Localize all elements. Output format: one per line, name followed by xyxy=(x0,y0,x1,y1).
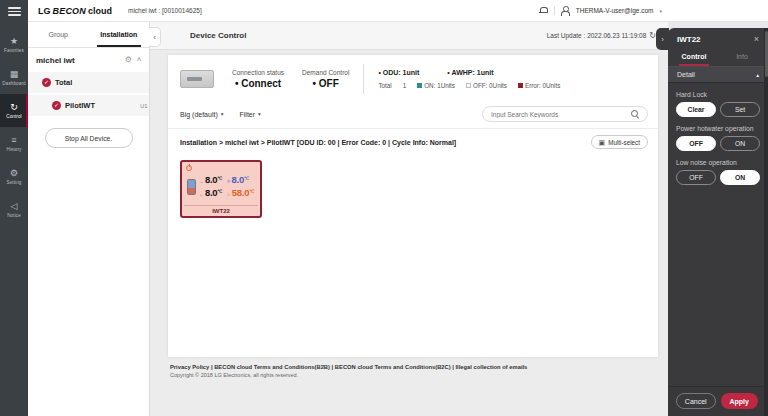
sidebar-item-notice[interactable]: ◁ Notice xyxy=(0,193,28,226)
history-icon: ≡ xyxy=(11,135,16,145)
power-hotwater-control: Power hotwater operation OFF ON xyxy=(668,117,768,151)
low-noise-control: Low noise operation OFF ON xyxy=(668,151,768,185)
scrollbar-thumb[interactable] xyxy=(765,31,768,77)
total-label: Total xyxy=(378,82,391,89)
device-control-card: Connection status • Connect Demand Contr… xyxy=(168,55,658,357)
sidebar-item-control[interactable]: ↻ Control xyxy=(0,94,28,127)
multi-select-icon: ▣ xyxy=(599,139,606,146)
outlet-temp: 8.0 xyxy=(205,187,217,198)
chevron-down-icon[interactable]: ▾ xyxy=(659,8,662,14)
owner-name: michel iwt xyxy=(36,56,75,65)
water-outlet-icon: ← xyxy=(199,189,204,200)
hard-lock-control: Hard Lock Clear Set xyxy=(668,83,768,117)
gear-icon[interactable]: ⚙ xyxy=(125,56,132,64)
demand-control-value: • OFF xyxy=(302,78,349,89)
page-footer: Privacy Policy | BECON cloud Terms and C… xyxy=(170,364,658,378)
error-swatch xyxy=(518,83,523,88)
connection-status-group: Connection status • Connect xyxy=(232,69,284,89)
tab-installation[interactable]: Installation xyxy=(89,22,150,47)
legend-on: ON: 1Units xyxy=(417,82,455,89)
detail-section-header[interactable]: Detail ▴ xyxy=(668,67,768,83)
divider xyxy=(554,6,555,15)
dashboard-icon: ▦ xyxy=(10,69,19,79)
awhp-count: • AWHP: 1unit xyxy=(447,69,493,76)
panel-title: IWT22 xyxy=(677,35,701,44)
panel-actions: Cancel Apply xyxy=(668,386,764,416)
check-circle-icon: ✓ xyxy=(52,101,61,110)
chevron-down-icon: ▾ xyxy=(221,111,224,117)
check-circle-icon: ✓ xyxy=(42,78,51,87)
unit-card-iwt22[interactable]: → 8.0 ℃ ← 8.0 ℃ ❄ 8.0 xyxy=(180,160,262,218)
tree-node-total[interactable]: ✓ Total xyxy=(28,72,149,93)
power-hotwater-off-button[interactable]: OFF xyxy=(676,136,716,151)
search-input[interactable] xyxy=(491,111,631,118)
power-icon xyxy=(186,165,192,171)
panel-header: IWT22 × xyxy=(668,28,768,49)
last-update: Last Update : 2022.06.23 11:19:08 ↻ xyxy=(547,32,656,40)
inlet-temp: 8.0 xyxy=(205,174,217,185)
sidebar-item-dashboard[interactable]: ▦ Dashboard xyxy=(0,61,28,94)
size-dropdown[interactable]: Big (default) ▾ xyxy=(180,111,224,118)
unit-stats: • ODU: 1unit • AWHP: 1unit Total 1 ON: 1… xyxy=(378,69,560,89)
breadcrumb: Installation > michel iwt > PilotIWT [OD… xyxy=(180,139,456,146)
sidebar-item-setting[interactable]: ⚙ Setting xyxy=(0,160,28,193)
tab-info[interactable]: Info xyxy=(718,49,766,66)
close-icon[interactable]: × xyxy=(754,35,759,44)
power-hotwater-on-button[interactable]: ON xyxy=(720,136,760,151)
legend-off: OFF: 0Units xyxy=(466,82,507,89)
divider xyxy=(363,64,364,94)
indoor-unit-icon xyxy=(187,179,196,195)
main-content: Device Control Last Update : 2022.06.23 … xyxy=(150,22,668,416)
search-icon[interactable] xyxy=(631,110,639,118)
water-temps: → 8.0 ℃ ← 8.0 ℃ xyxy=(199,174,222,200)
cancel-button[interactable]: Cancel xyxy=(676,393,716,409)
set-temps: ❄ 8.0 ℃ ♨ 58.0 ℃ xyxy=(226,174,254,200)
search-box xyxy=(482,106,648,122)
stop-all-device-button[interactable]: Stop All Device. xyxy=(45,128,133,148)
filter-dropdown[interactable]: Filter ▾ xyxy=(240,111,261,118)
panel-tabs: Control Info xyxy=(668,49,768,67)
sidebar-item-history[interactable]: ≡ History xyxy=(0,127,28,160)
low-noise-off-button[interactable]: OFF xyxy=(676,170,716,185)
hamburger-menu-icon[interactable] xyxy=(8,7,21,16)
tab-control[interactable]: Control xyxy=(670,49,718,66)
becon-cloud-logo: LG BECON cloud xyxy=(38,6,112,16)
refresh-icon[interactable]: ↻ xyxy=(649,32,656,40)
chevron-down-icon: ▾ xyxy=(258,111,261,117)
device-thumbnail xyxy=(180,70,214,88)
gear-icon: ⚙ xyxy=(10,168,18,178)
status-row: Connection status • Connect Demand Contr… xyxy=(168,55,658,101)
topbar-actions: THERMA-V-user@lge.com ▾ xyxy=(539,6,662,15)
set-temp: 8.0 xyxy=(232,174,244,185)
star-icon: ★ xyxy=(10,36,18,46)
account-id: michel iwt : [0010014625] xyxy=(128,7,202,14)
hard-lock-set-button[interactable]: Set xyxy=(720,102,760,117)
low-noise-on-button[interactable]: ON xyxy=(720,170,760,185)
tree-node-pilotiwt[interactable]: ✓ PilotIWT U1 xyxy=(28,95,149,116)
control-icon: ↻ xyxy=(10,102,18,112)
top-bar: LG BECON cloud michel iwt : [0010014625]… xyxy=(28,0,768,22)
on-swatch xyxy=(417,83,422,88)
tab-group[interactable]: Group xyxy=(28,22,89,47)
hard-lock-clear-button[interactable]: Clear xyxy=(676,102,716,117)
user-email[interactable]: THERMA-V-user@lge.com xyxy=(576,7,654,14)
scrollbar[interactable] xyxy=(764,28,768,416)
dhw-temp: 58.0 xyxy=(232,187,249,198)
user-avatar-icon[interactable] xyxy=(561,6,570,15)
app-window: LG BECON cloud michel iwt : [0010014625]… xyxy=(0,0,768,416)
tree-collapse-toggle[interactable]: ‹ xyxy=(149,27,161,47)
left-nav-rail: ★ Favorites ▦ Dashboard ↻ Control ≡ Hist… xyxy=(0,0,28,416)
chevron-up-icon[interactable]: ^ xyxy=(137,57,141,64)
multi-select-button[interactable]: ▣ Multi-select xyxy=(591,135,648,149)
apply-button[interactable]: Apply xyxy=(721,393,759,409)
water-inlet-icon: → xyxy=(199,176,204,187)
sidebar-item-favorites[interactable]: ★ Favorites xyxy=(0,28,28,61)
chevron-up-icon: ▴ xyxy=(756,72,759,78)
connection-status-value: • Connect xyxy=(232,78,284,89)
notification-bell-icon[interactable] xyxy=(539,6,548,15)
cooling-icon: ❄ xyxy=(226,176,230,187)
owner-row: michel iwt ⚙ ^ xyxy=(28,48,149,72)
main-header: Device Control Last Update : 2022.06.23 … xyxy=(150,22,668,50)
footer-links[interactable]: Privacy Policy | BECON cloud Terms and C… xyxy=(170,364,658,370)
megaphone-icon: ◁ xyxy=(11,201,18,211)
